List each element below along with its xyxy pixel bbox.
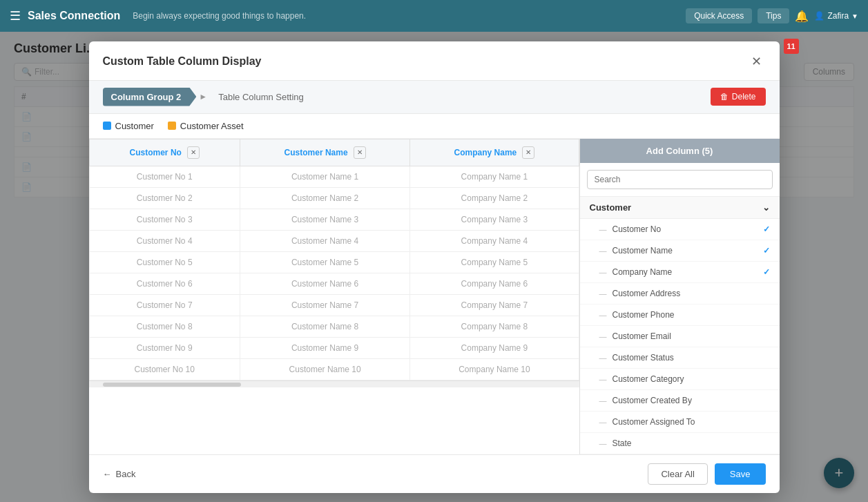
menu-icon[interactable]: ☰: [10, 8, 21, 23]
legend-customer: Customer: [103, 121, 154, 131]
list-item[interactable]: —Customer Name✓: [580, 240, 780, 262]
table-row: Customer No 5Customer Name 5Company Name…: [89, 251, 579, 273]
add-column-header: Add Column (5): [580, 139, 780, 163]
table-cell-no: Customer No 4: [89, 230, 240, 251]
table-cell-company: Company Name 3: [410, 209, 579, 230]
page-background: Customer Li... 🔍 Filter... Columns # Cus…: [0, 32, 868, 502]
legend-row: Customer Customer Asset: [89, 114, 780, 139]
quick-access-button[interactable]: Quick Access: [686, 8, 752, 23]
list-item[interactable]: —State: [580, 433, 780, 454]
save-button[interactable]: Save: [715, 463, 766, 485]
table-cell-company: Company Name 1: [410, 166, 579, 187]
col-header-customer-no: Customer No ✕: [89, 139, 240, 166]
list-item[interactable]: —Customer Category: [580, 369, 780, 390]
remove-customer-name-button[interactable]: ✕: [354, 146, 366, 159]
table-cell-name: Customer Name 2: [240, 187, 409, 209]
col-header-customer-name: Customer Name ✕: [240, 139, 409, 166]
list-item[interactable]: —Customer Address: [580, 283, 780, 305]
tips-button[interactable]: Tips: [758, 8, 789, 23]
table-row: Customer No 9Customer Name 9Company Name…: [89, 337, 579, 358]
app-subtitle: Begin always expecting good things to ha…: [133, 11, 306, 21]
list-item[interactable]: —Customer Phone: [580, 305, 780, 326]
table-cell-no: Customer No 10: [89, 358, 240, 380]
add-column-panel: Add Column (5) Customer⌄—Customer No✓—Cu…: [579, 139, 780, 454]
table-cell-no: Customer No 2: [89, 187, 240, 209]
list-item[interactable]: —Company Name✓: [580, 262, 780, 283]
list-item[interactable]: —Customer Email: [580, 326, 780, 347]
table-cell-name: Customer Name 1: [240, 166, 409, 187]
table-row: Customer No 6Customer Name 6Company Name…: [89, 273, 579, 294]
column-preview-table: Customer No ✕ Customer Name ✕: [89, 139, 579, 380]
table-cell-company: Company Name 6: [410, 273, 579, 294]
table-row: Customer No 4Customer Name 4Company Name…: [89, 230, 579, 251]
modal-overlay: 11 Custom Table Column Display ✕ Column …: [0, 32, 868, 502]
table-cell-name: Customer Name 5: [240, 251, 409, 273]
clear-all-button[interactable]: Clear All: [648, 463, 707, 485]
horizontal-scrollbar[interactable]: [89, 380, 579, 387]
topnav-right: Quick Access Tips 🔔 👤 Zafira ▼: [686, 8, 858, 23]
check-icon: ✓: [763, 246, 770, 255]
list-item[interactable]: —Customer Status: [580, 347, 780, 369]
dash-icon: —: [599, 247, 607, 255]
bell-icon[interactable]: 🔔: [795, 10, 809, 23]
dash-icon: —: [599, 396, 607, 405]
column-group-header-customer[interactable]: Customer⌄: [580, 197, 780, 219]
table-cell-name: Customer Name 9: [240, 337, 409, 358]
list-item[interactable]: —Customer Assigned To: [580, 412, 780, 433]
table-row: Customer No 8Customer Name 8Company Name…: [89, 316, 579, 337]
legend-customer-asset: Customer Asset: [168, 121, 244, 131]
column-table-area[interactable]: Customer No ✕ Customer Name ✕: [89, 139, 579, 454]
modal-body: Customer No ✕ Customer Name ✕: [89, 139, 780, 454]
back-label: Back: [116, 469, 136, 479]
check-icon: ✓: [763, 224, 770, 234]
back-button[interactable]: ← Back: [103, 469, 136, 479]
column-item-label: State: [613, 438, 632, 448]
badge-number: 11: [784, 39, 799, 54]
check-icon: ✓: [763, 267, 770, 277]
user-chevron-icon: ▼: [851, 12, 858, 20]
list-item[interactable]: —Customer No✓: [580, 219, 780, 240]
dash-icon: —: [599, 439, 607, 447]
modal-close-button[interactable]: ✕: [748, 52, 766, 70]
table-cell-name: Customer Name 3: [240, 209, 409, 230]
column-preview-tbody: Customer No 1Customer Name 1Company Name…: [89, 166, 579, 380]
table-cell-no: Customer No 7: [89, 294, 240, 316]
table-cell-company: Company Name 9: [410, 337, 579, 358]
footer-right-actions: Clear All Save: [648, 463, 765, 485]
app-title: Sales Connection: [28, 10, 120, 22]
table-cell-no: Customer No 8: [89, 316, 240, 337]
delete-button[interactable]: 🗑 Delete: [711, 88, 766, 106]
breadcrumb-sub-label: Table Column Setting: [218, 92, 304, 102]
column-item-label: Customer Phone: [613, 310, 675, 320]
column-item-label: Customer Address: [613, 289, 681, 298]
table-cell-company: Company Name 2: [410, 187, 579, 209]
breadcrumb-arrow-icon: ►: [199, 92, 207, 102]
breadcrumb-group[interactable]: Column Group 2: [103, 88, 197, 106]
horizontal-scrollbar-thumb: [103, 383, 241, 387]
col-header-company-name-label: Company Name: [454, 148, 517, 157]
table-cell-name: Customer Name 6: [240, 273, 409, 294]
table-cell-company: Company Name 7: [410, 294, 579, 316]
column-group-label: Customer: [590, 202, 632, 213]
user-avatar-icon: 👤: [814, 11, 824, 21]
modal-footer: ← Back Clear All Save: [89, 454, 780, 493]
user-menu[interactable]: 👤 Zafira ▼: [814, 11, 858, 21]
remove-customer-no-button[interactable]: ✕: [187, 146, 200, 159]
column-item-label: Customer No: [613, 224, 662, 234]
delete-label: Delete: [732, 92, 756, 102]
table-cell-name: Customer Name 4: [240, 230, 409, 251]
table-cell-company: Company Name 4: [410, 230, 579, 251]
column-item-label: Customer Name: [613, 246, 673, 255]
table-row: Customer No 2Customer Name 2Company Name…: [89, 187, 579, 209]
list-item[interactable]: —Customer Created By: [580, 390, 780, 412]
table-row: Customer No 3Customer Name 3Company Name…: [89, 209, 579, 230]
table-cell-no: Customer No 3: [89, 209, 240, 230]
column-search-input[interactable]: [587, 170, 773, 189]
table-cell-name: Customer Name 7: [240, 294, 409, 316]
dash-icon: —: [599, 375, 607, 383]
dash-icon: —: [599, 418, 607, 426]
remove-company-name-button[interactable]: ✕: [522, 146, 534, 159]
trash-icon: 🗑: [720, 92, 729, 102]
col-header-customer-no-label: Customer No: [130, 148, 182, 157]
user-name: Zafira: [827, 11, 849, 21]
